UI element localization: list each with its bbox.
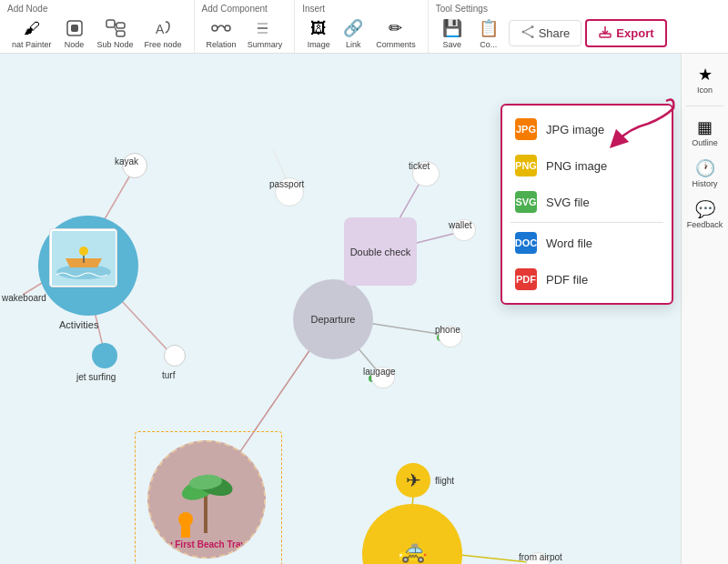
wakeboard-label: wakeboard [2,293,46,303]
transportation-node[interactable]: Transportation 🚕 [362,504,462,564]
share-label: Share [539,26,571,40]
sub-node-button[interactable]: Sub Node [93,15,138,51]
sub-node-icon [105,17,126,39]
image-icon: 🖼 [308,17,329,39]
export-word-item[interactable]: DOC Word file [502,225,672,261]
svg-point-15 [521,31,524,34]
jet-surfing-label: jet surfing [76,372,116,382]
svg-line-6 [115,27,116,31]
sidebar-icon-label: Icon [697,86,713,95]
free-node-label: Free node [145,40,182,49]
copy-icon: 📋 [478,17,500,39]
svg-rect-2 [106,20,115,27]
link-button[interactable]: 🔗 Link [337,15,369,51]
add-component-items: Relation Summary [202,15,288,51]
sidebar-item-outline[interactable]: ▦ Outline [682,114,728,151]
export-button[interactable]: Export [585,19,666,47]
right-sidebar: ★ Icon ▦ Outline 🕐 History 💬 Feedback [681,54,728,564]
export-svg-item[interactable]: SVG SVG file [502,184,672,220]
laugage-label: laugage [363,367,396,377]
svg-rect-1 [71,25,78,32]
sub-node-label: Sub Node [97,40,134,49]
summary-label: Summary [248,40,283,49]
summary-button[interactable]: Summary [243,15,288,51]
svg-icon: SVG [515,191,537,213]
summary-icon [254,17,276,39]
phone-label: phone [435,325,460,335]
save-button[interactable]: 💾 Save [436,15,469,51]
format-painter-label: nat Painter [12,40,52,49]
turf-label: turf [162,370,175,380]
departure-node[interactable]: Departure [293,279,373,359]
beach-travel-node[interactable]: My First Beach Travel [147,440,266,559]
export-pdf-item[interactable]: PDF PDF file [502,261,672,297]
sidebar-item-feedback[interactable]: 💬 Feedback [682,196,728,233]
comments-button[interactable]: ✏ Comments [371,15,420,51]
svg-line-16 [524,27,531,31]
from-airport-label: from airpot [519,552,562,562]
wallet-label: wallet [449,220,472,230]
node-button[interactable]: Node [58,15,91,51]
dropdown-divider [511,222,662,223]
image-label: Image [308,40,330,49]
tool-settings-label: Tool Settings [436,4,721,14]
departure-label: Departure [311,314,356,325]
export-png-item[interactable]: PNG PNG image [502,147,672,184]
png-label: PNG image [546,159,607,173]
jpg-label: JPG image [546,123,604,136]
copy-button[interactable]: 📋 Co... [472,15,505,51]
insert-items: 🖼 Image 🔗 Link ✏ Comments [302,15,420,51]
export-jpg-item[interactable]: JPG JPG image [502,111,672,147]
copy-label: Co... [480,40,497,49]
add-node-items: 🖌 nat Painter Node Sub Node A Free node [7,15,187,51]
canvas-area[interactable]: Activities kayak wakeboard jet surfing t… [0,54,728,564]
jpg-icon: JPG [515,118,537,140]
node-label: Node [65,40,85,49]
svg-rect-5 [116,31,125,36]
flight-node[interactable]: ✈ [396,463,430,498]
svg-point-8 [212,25,217,31]
svg-rect-3 [116,23,125,28]
toolbar: Add Node 🖌 nat Painter Node Sub Node [0,0,728,54]
png-icon: PNG [515,155,537,176]
image-button[interactable]: 🖼 Image [302,15,335,51]
kayak-label: kayak [115,156,138,166]
sidebar-item-history[interactable]: 🕐 History [682,155,728,192]
activities-image [49,228,117,287]
tool-settings-items: 💾 Save 📋 Co... Share Export [436,15,721,51]
beach-travel-label: My First Beach Travel [149,539,264,549]
relation-label: Relation [207,40,237,49]
feedback-icon: 💬 [695,199,715,219]
free-node-button[interactable]: A Free node [140,15,187,51]
save-label: Save [442,40,461,49]
share-button[interactable]: Share [509,20,582,46]
relation-button[interactable]: Relation [202,15,241,51]
tool-settings-section: Tool Settings 💾 Save 📋 Co... Share Exp [429,0,728,53]
format-painter-button[interactable]: 🖌 nat Painter [7,15,56,51]
svg-label: SVG file [546,196,590,209]
jet-surfing-node[interactable] [92,343,117,368]
node-icon [64,17,86,39]
free-node-icon: A [152,17,174,39]
export-icon [598,25,612,42]
passport-label: passport [269,179,304,189]
double-check-node[interactable]: Double check [344,217,417,286]
pdf-icon: PDF [515,268,537,290]
svg-text:A: A [156,22,165,36]
turf-node[interactable] [164,345,186,367]
link-label: Link [346,40,361,49]
toolbar-section-insert: Insert 🖼 Image 🔗 Link ✏ Comments [295,0,429,53]
sidebar-item-icon[interactable]: ★ Icon [682,61,728,98]
insert-label: Insert [302,4,325,14]
outline-icon: ▦ [697,117,713,137]
sidebar-history-label: History [692,179,717,188]
comments-label: Comments [376,40,416,49]
svg-line-17 [524,33,531,36]
export-dropdown: JPG JPG image PNG PNG image SVG SVG file… [500,104,673,305]
link-icon: 🔗 [342,17,364,39]
toolbar-section-add-component: Add Component Relation Summary [195,0,296,53]
flight-label: flight [435,476,454,486]
format-painter-icon: 🖌 [21,17,43,39]
star-icon: ★ [698,65,713,85]
relation-icon [210,17,232,39]
